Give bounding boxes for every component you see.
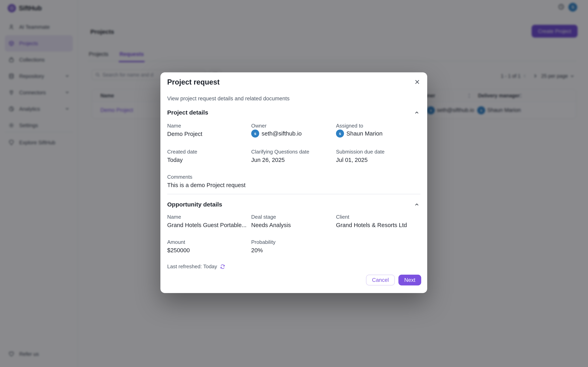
field-created-date-value: Today <box>167 157 183 163</box>
field-client-label: Client <box>336 214 349 220</box>
field-submission-date-value: Jul 01, 2025 <box>336 157 368 163</box>
modal-footer: Cancel Next <box>366 275 421 285</box>
assigned-name: Shaun Marion <box>346 130 383 137</box>
field-client-value: Grand Hotels & Resorts Ltd <box>336 222 407 228</box>
owner-email: seth@sifthub.io <box>262 130 302 137</box>
field-submission-date-label: Submission due date <box>336 149 385 155</box>
field-comments-label: Comments <box>167 174 192 180</box>
close-icon[interactable] <box>412 77 422 87</box>
field-probability-label: Probability <box>251 239 275 245</box>
field-assigned-label: Assigned to <box>336 123 363 129</box>
modal-subtitle: View project request details and related… <box>167 96 290 102</box>
field-comments-value: This is a demo Project request <box>167 182 246 189</box>
last-refreshed: Last refreshed: Today <box>167 263 225 270</box>
field-opp-name-label: Name <box>167 214 181 220</box>
field-deal-stage-value: Needs Analysis <box>251 222 291 228</box>
field-amount-value: $250000 <box>167 247 190 254</box>
field-clarifying-date-value: Jun 26, 2025 <box>251 157 285 163</box>
field-name-label: Name <box>167 123 181 129</box>
field-assigned-value: s Shaun Marion <box>336 130 383 138</box>
collapse-chevron-up-icon[interactable] <box>413 201 420 208</box>
owner-avatar: s <box>251 130 259 138</box>
cancel-button[interactable]: Cancel <box>366 275 395 285</box>
field-clarifying-date-label: Clarifying Questions date <box>251 149 309 155</box>
field-amount-label: Amount <box>167 239 185 245</box>
modal-title: Project request <box>167 78 220 86</box>
field-name-value: Demo Project <box>167 131 202 137</box>
assigned-avatar: s <box>336 130 344 138</box>
field-opp-name-link[interactable]: Grand Hotels Guest Portable... <box>167 222 247 228</box>
refresh-icon[interactable] <box>220 264 225 269</box>
last-refreshed-text: Last refreshed: Today <box>167 263 217 270</box>
section-opportunity-details: Opportunity details <box>167 201 222 208</box>
field-owner-label: Owner <box>251 123 267 129</box>
section-divider <box>167 194 420 194</box>
collapse-chevron-up-icon[interactable] <box>413 109 420 116</box>
field-deal-stage-label: Deal stage <box>251 214 276 220</box>
section-project-details: Project details <box>167 109 208 116</box>
project-request-modal: Project request View project request det… <box>160 72 427 293</box>
next-button[interactable]: Next <box>398 275 421 285</box>
field-probability-value: 20% <box>251 247 263 254</box>
field-owner-value: s seth@sifthub.io <box>251 130 302 138</box>
field-created-date-label: Created date <box>167 149 197 155</box>
